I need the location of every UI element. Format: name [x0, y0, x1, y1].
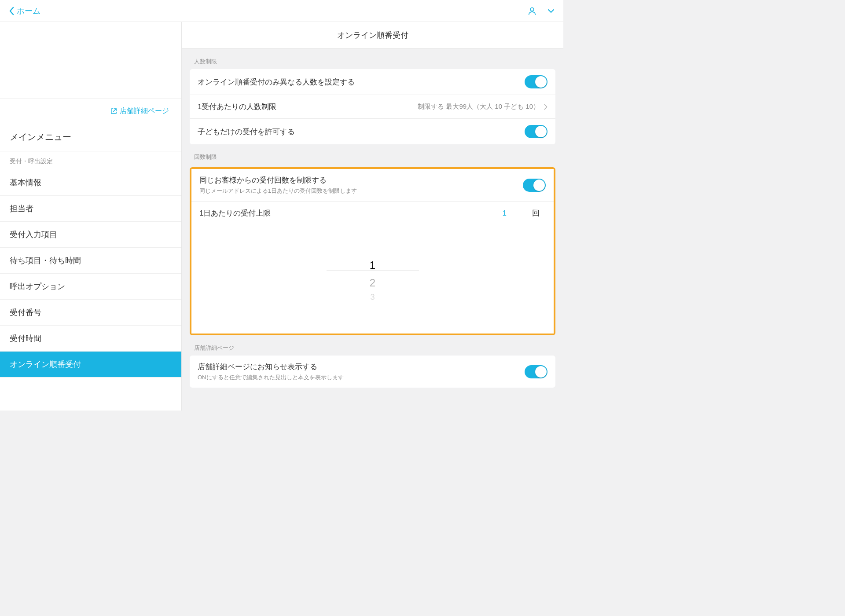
main-scroll[interactable]: 人数制限 オンライン順番受付のみ異なる人数を設定する 1受付あたりの人数制限 制…: [182, 49, 563, 411]
section-label-count: 回数制限: [190, 144, 555, 165]
row-per-reception-limit[interactable]: 1受付あたりの人数制限 制限する 最大99人（大人 10 子ども 10）: [190, 95, 555, 119]
external-link-icon: [110, 108, 117, 114]
row-right: 制限する 最大99人（大人 10 子ども 10）: [418, 103, 547, 111]
back-label: ホーム: [17, 6, 40, 16]
chevron-down-icon[interactable]: [547, 9, 555, 13]
row-daily-limit: 1日あたりの受付上限 1 回: [191, 202, 554, 225]
picker-selection-lines: [327, 271, 419, 288]
section-label-store-page: 店舗詳細ページ: [190, 335, 555, 356]
svg-point-0: [530, 7, 534, 11]
highlighted-section: 同じお客様からの受付回数を制限する 同じメールアドレスによる1日あたりの受付回数…: [190, 167, 555, 335]
sidebar-item-wait[interactable]: 待ち項目・待ち時間: [0, 248, 181, 274]
sidebar-section-label: 受付・呼出設定: [0, 151, 181, 170]
daily-limit-value[interactable]: 1: [503, 209, 507, 218]
card-store-page: 店舗詳細ページにお知らせ表示する ONにすると任意で編集された見出しと本文を表示…: [190, 356, 555, 388]
chevron-right-icon: [544, 104, 547, 110]
row-sublabel: 同じメールアドレスによる1日あたりの受付回数を制限します: [199, 187, 523, 195]
section-label-people: 人数制限: [190, 49, 555, 69]
row-show-notice: 店舗詳細ページにお知らせ表示する ONにすると任意で編集された見出しと本文を表示…: [190, 356, 555, 388]
card-people-limit: オンライン順番受付のみ異なる人数を設定する 1受付あたりの人数制限 制限する 最…: [190, 69, 555, 144]
sidebar-item-online[interactable]: オンライン順番受付: [0, 352, 181, 378]
row-label: 店舗詳細ページにお知らせ表示する: [198, 362, 525, 372]
row-right: 1 回: [503, 208, 546, 218]
sidebar-item-staff[interactable]: 担当者: [0, 196, 181, 222]
sidebar-item-time[interactable]: 受付時間: [0, 326, 181, 352]
back-button[interactable]: ホーム: [9, 6, 40, 16]
row-different-count: オンライン順番受付のみ異なる人数を設定する: [190, 69, 555, 95]
sidebar: 店舗詳細ページ メインメニュー 受付・呼出設定 基本情報 担当者 受付入力項目 …: [0, 22, 182, 411]
store-detail-link[interactable]: 店舗詳細ページ: [0, 99, 181, 123]
toggle-different-count[interactable]: [525, 75, 547, 88]
sidebar-item-call[interactable]: 呼出オプション: [0, 274, 181, 300]
row-label: 同じお客様からの受付回数を制限する: [199, 175, 523, 185]
chevron-left-icon: [9, 7, 14, 15]
sidebar-main-menu[interactable]: メインメニュー: [0, 123, 181, 151]
sidebar-item-inputs[interactable]: 受付入力項目: [0, 222, 181, 248]
store-link-label: 店舗詳細ページ: [120, 106, 169, 116]
daily-limit-unit: 回: [532, 208, 540, 218]
card-count-limit: 同じお客様からの受付回数を制限する 同じメールアドレスによる1日あたりの受付回数…: [191, 169, 554, 334]
row-value: 制限する 最大99人（大人 10 子ども 10）: [418, 103, 540, 111]
toggle-children-only[interactable]: [525, 125, 547, 138]
sidebar-item-basic[interactable]: 基本情報: [0, 170, 181, 196]
row-children-only: 子どもだけの受付を許可する: [190, 119, 555, 144]
toggle-show-notice[interactable]: [525, 365, 547, 378]
number-picker[interactable]: 1 2 3: [191, 225, 554, 334]
main-content: オンライン順番受付 人数制限 オンライン順番受付のみ異なる人数を設定する 1受付…: [182, 22, 563, 411]
row-label: オンライン順番受付のみ異なる人数を設定する: [198, 77, 355, 87]
row-label: 子どもだけの受付を許可する: [198, 127, 295, 137]
user-icon[interactable]: [527, 6, 537, 16]
header-right: [527, 6, 555, 16]
page-title: オンライン順番受付: [182, 22, 563, 49]
sidebar-logo-area: [0, 22, 181, 99]
row-sublabel: ONにすると任意で編集された見出しと本文を表示します: [198, 374, 525, 381]
app-header: ホーム: [0, 0, 563, 22]
row-limit-same-customer: 同じお客様からの受付回数を制限する 同じメールアドレスによる1日あたりの受付回数…: [191, 169, 554, 202]
picker-value-after[interactable]: 3: [327, 292, 419, 302]
row-label: 1受付あたりの人数制限: [198, 102, 276, 112]
row-label: 1日あたりの受付上限: [199, 208, 271, 218]
toggle-limit-same-customer[interactable]: [523, 179, 546, 192]
sidebar-item-number[interactable]: 受付番号: [0, 300, 181, 326]
